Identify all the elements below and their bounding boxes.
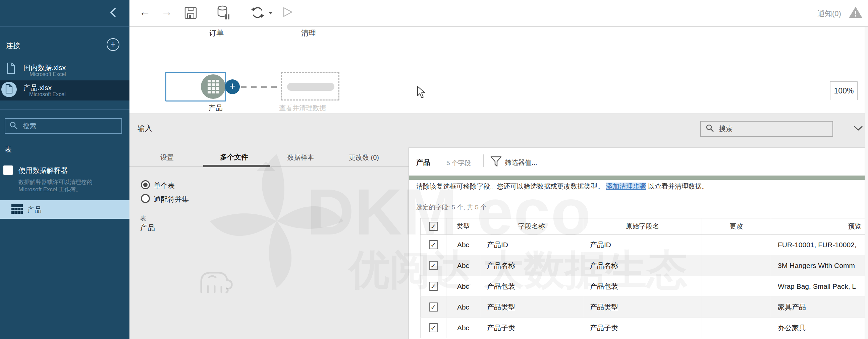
field-changes [702, 276, 771, 297]
field-row[interactable]: ✓ Abc 产品ID 产品ID FUR-10001, FUR-10002, [421, 235, 865, 255]
ghost-node-pill [287, 83, 334, 91]
fields-search-input[interactable]: 搜索 [700, 121, 833, 137]
file-icon [6, 62, 16, 76]
field-preview: Wrap Bag, Small Pack, L [771, 276, 865, 297]
field-type[interactable]: Abc [446, 276, 480, 297]
field-name[interactable]: 产品子类 [480, 317, 583, 338]
chevron-down-icon [853, 125, 863, 131]
save-button[interactable] [184, 7, 197, 21]
field-preview: 办公家具 [771, 317, 865, 338]
undo-back-button[interactable]: ← [139, 5, 151, 19]
field-checkbox[interactable]: ✓ [429, 240, 438, 249]
field-checkbox[interactable]: ✓ [429, 323, 438, 332]
flow-canvas[interactable] [129, 27, 868, 113]
suggested-step-ghost-node[interactable] [281, 72, 339, 101]
add-step-plus-button[interactable]: + [225, 79, 240, 94]
chevron-left-icon [107, 15, 121, 21]
search-icon [706, 124, 714, 134]
fields-table: ✓ 类型 字段名称 原始字段名 更改 预览 ✓ Abc 产品ID 产品ID FU… [420, 218, 865, 338]
field-type[interactable]: Abc [446, 297, 480, 317]
flow-node-label-orders: 订单 [209, 28, 224, 38]
connection-item-file2-selected[interactable] [0, 80, 129, 101]
field-row[interactable]: ✓ Abc 产品名称 产品名称 3M Hangers With Comm [421, 255, 865, 276]
data-connection-button[interactable] [217, 5, 231, 23]
field-name[interactable]: 产品ID [480, 235, 583, 255]
connection-item-file1[interactable]: 国内数据.xlsx Microsoft Excel [0, 60, 129, 80]
field-type[interactable]: Abc [446, 317, 480, 338]
fields-table-header-row: ✓ 类型 字段名称 原始字段名 更改 预览 [421, 218, 865, 235]
field-name[interactable]: 产品包装 [480, 276, 583, 297]
refresh-dropdown-caret[interactable] [269, 12, 273, 14]
field-checkbox[interactable]: ✓ [429, 303, 438, 311]
column-header-type[interactable]: 类型 [446, 218, 480, 235]
notifications-label[interactable]: 通知(0) [817, 9, 841, 19]
field-name[interactable]: 产品名称 [480, 255, 583, 276]
field-type[interactable]: Abc [446, 255, 480, 276]
play-icon [283, 7, 293, 18]
search-placeholder: 搜索 [719, 124, 733, 133]
flow-node-label-clean: 清理 [301, 28, 316, 38]
tab-data-sample[interactable]: 数据样本 [287, 153, 314, 162]
sidebar-table-item-product[interactable]: 产品 [0, 200, 129, 219]
tables-section-label: 表 [5, 145, 12, 154]
field-original-name: 产品子类 [583, 317, 702, 338]
column-header-preview[interactable]: 预览 [771, 218, 865, 235]
field-preview: 3M Hangers With Comm [771, 255, 865, 276]
radio-wildcard-union[interactable] [141, 194, 150, 203]
ghost-node-label: 查看并清理数据 [279, 103, 326, 112]
sidebar-table-item-label: 产品 [28, 205, 41, 214]
field-preview: 家具产品 [771, 297, 865, 317]
field-row[interactable]: ✓ Abc 产品包装 产品包装 Wrap Bag, Small Pack, L [421, 276, 865, 297]
field-type[interactable]: Abc [446, 235, 480, 255]
top-toolbar [129, 0, 868, 27]
add-clean-step-link[interactable]: 添加清理步骤 [606, 182, 646, 190]
field-original-name: 产品ID [583, 235, 702, 255]
data-interpreter-checkbox[interactable] [3, 166, 13, 175]
redo-forward-button[interactable]: → [161, 5, 173, 19]
field-row[interactable]: ✓ Abc 产品类型 产品类型 家具产品 [421, 297, 865, 317]
description-text: 清除该复选框可移除字段。您还可以筛选数据或更改数据类型。 [416, 182, 606, 190]
pane-title: 输入 [137, 123, 152, 133]
file-name: 产品.xlsx [24, 83, 52, 93]
alerts-button[interactable] [848, 6, 863, 21]
tab-changes[interactable]: 更改数 (0) [349, 153, 379, 162]
radio-single-table[interactable] [141, 180, 150, 189]
refresh-button[interactable] [251, 6, 265, 21]
sidebar-collapse-button[interactable] [107, 5, 121, 20]
vertical-scrollbar[interactable] [865, 27, 868, 339]
radio-dot [143, 182, 148, 187]
filter-values-button[interactable] [490, 156, 502, 168]
column-header-name[interactable]: 字段名称 [480, 218, 583, 235]
field-checkbox[interactable]: ✓ [429, 282, 438, 291]
input-node-label: 产品 [209, 103, 223, 112]
sidebar-search-input[interactable]: 搜索 [5, 118, 122, 134]
field-changes [702, 255, 771, 276]
select-all-checkbox[interactable]: ✓ [429, 222, 438, 231]
field-row[interactable]: ✓ Abc 产品子类 产品子类 办公家具 [421, 317, 865, 338]
field-name[interactable]: 产品类型 [480, 297, 583, 317]
file-type: Microsoft Excel [29, 92, 65, 98]
database-icon [217, 5, 231, 21]
run-flow-button[interactable] [283, 7, 293, 20]
field-panel-title: 产品 [416, 158, 430, 167]
field-checkbox[interactable]: ✓ [429, 261, 438, 270]
funnel-icon [490, 156, 502, 168]
pane-collapse-button[interactable] [853, 125, 863, 133]
column-header-original[interactable]: 原始字段名 [583, 218, 702, 235]
table-field-value: 产品 [140, 223, 155, 233]
save-icon [184, 7, 197, 20]
column-header-changes[interactable]: 更改 [702, 218, 771, 235]
field-list-panel: 产品 5 个字段 筛选器值... 清除该复选框可移除字段。您还可以筛选数据或更改… [408, 147, 865, 339]
data-interpreter-description: 数据解释器或许可以清理您的 Microsoft Excel 工作簿。 [19, 178, 109, 193]
search-icon [9, 121, 18, 131]
add-connection-button[interactable]: + [107, 38, 119, 51]
filter-values-label[interactable]: 筛选器值... [505, 158, 537, 167]
tab-settings[interactable]: 设置 [160, 153, 174, 162]
field-changes [702, 317, 771, 338]
input-node-circle[interactable] [201, 74, 225, 99]
mouse-cursor [417, 86, 428, 101]
field-original-name: 产品类型 [583, 297, 702, 317]
tab-multiple-files[interactable]: 多个文件 [220, 152, 248, 162]
zoom-level-indicator[interactable]: 100% [830, 81, 858, 100]
connections-label: 连接 [6, 41, 20, 50]
